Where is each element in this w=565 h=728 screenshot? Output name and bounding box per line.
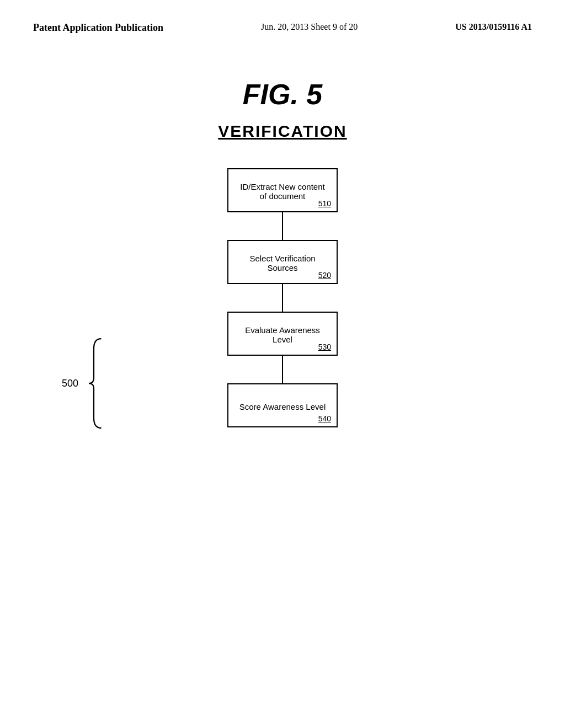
box-510-text: ID/Extract New content of document bbox=[237, 182, 328, 201]
connector-1 bbox=[282, 212, 283, 240]
box-540-text: Score Awareness Level bbox=[239, 402, 326, 411]
connector-2 bbox=[282, 284, 283, 312]
header-left-text: Patent Application Publication bbox=[33, 22, 163, 34]
box-530-number: 530 bbox=[318, 342, 331, 351]
flow-box-530: Evaluate Awareness Level 530 bbox=[227, 312, 338, 356]
figure-title: FIG. 5 bbox=[243, 78, 322, 111]
section-title: VERIFICATION bbox=[218, 122, 347, 141]
box-520-number: 520 bbox=[318, 271, 331, 280]
connector-3 bbox=[282, 356, 283, 383]
box-530-text: Evaluate Awareness Level bbox=[237, 325, 328, 344]
diagram-label-container: 500 bbox=[62, 334, 105, 433]
page-header: Patent Application Publication Jun. 20, … bbox=[0, 0, 565, 34]
box-510-number: 510 bbox=[318, 199, 331, 208]
flowchart-container: ID/Extract New content of document 510 S… bbox=[145, 168, 420, 427]
flow-box-520: Select Verification Sources 520 bbox=[227, 240, 338, 284]
flowchart-wrapper: 500 ID/Extract New content of document 5… bbox=[145, 168, 420, 427]
header-center-text: Jun. 20, 2013 Sheet 9 of 20 bbox=[261, 22, 358, 32]
diagram-label: 500 bbox=[62, 378, 78, 389]
page-content: FIG. 5 VERIFICATION 500 ID/Extract New c… bbox=[0, 34, 565, 427]
flow-box-540: Score Awareness Level 540 bbox=[227, 383, 338, 427]
box-520-text: Select Verification Sources bbox=[237, 254, 328, 272]
brace-svg bbox=[83, 334, 105, 433]
box-540-number: 540 bbox=[318, 414, 331, 423]
flow-box-510: ID/Extract New content of document 510 bbox=[227, 168, 338, 212]
header-right-text: US 2013/0159116 A1 bbox=[455, 22, 532, 32]
